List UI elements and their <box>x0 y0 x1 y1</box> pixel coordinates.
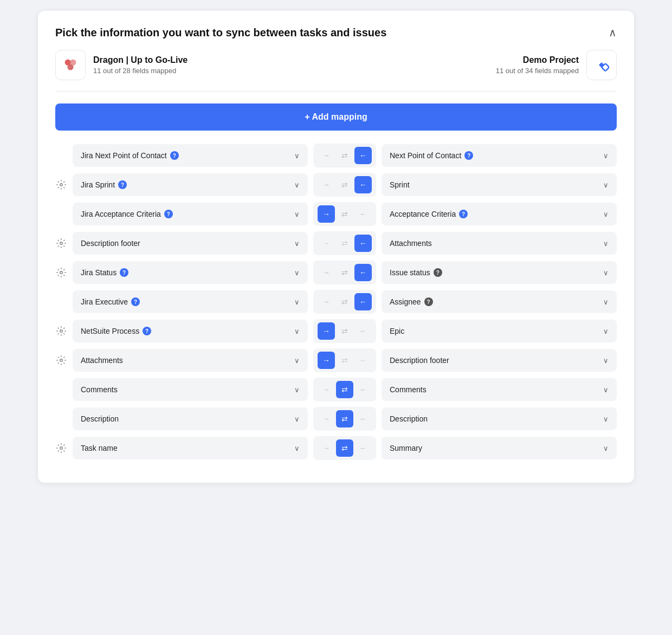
right-field-dropdown[interactable]: Attachments∨ <box>382 232 617 255</box>
sync-controls: →⇄← <box>313 173 376 197</box>
right-field-dropdown[interactable]: Summary∨ <box>382 437 617 459</box>
left-field-dropdown[interactable]: Description footer∨ <box>73 232 308 255</box>
sync-both-button[interactable]: ⇄ <box>336 205 353 223</box>
help-icon[interactable]: ? <box>170 151 179 160</box>
left-project-logo <box>55 50 86 80</box>
right-field-dropdown[interactable]: Issue status?∨ <box>382 261 617 284</box>
right-field-text: Comments <box>390 385 427 394</box>
sync-both-button[interactable]: ⇄ <box>336 176 353 193</box>
right-project: Demo Project 11 out of 34 fields mapped <box>496 50 617 80</box>
add-mapping-button[interactable]: + Add mapping <box>55 103 617 131</box>
sync-right-button[interactable]: → <box>318 264 335 281</box>
help-icon-dark[interactable]: ? <box>424 297 433 306</box>
sync-left-button[interactable]: ← <box>354 176 372 193</box>
help-icon[interactable]: ? <box>143 327 151 335</box>
left-field-dropdown[interactable]: Jira Status?∨ <box>73 261 308 284</box>
right-field-dropdown[interactable]: Assignee?∨ <box>382 290 617 313</box>
chevron-down-icon: ∨ <box>603 357 609 365</box>
sync-controls: →⇄← <box>313 378 376 401</box>
sync-right-button[interactable]: → <box>318 176 335 193</box>
sync-both-button[interactable]: ⇄ <box>336 410 353 427</box>
left-field-dropdown[interactable]: Attachments∨ <box>73 349 308 372</box>
chevron-down-icon: ∨ <box>603 327 609 335</box>
sync-right-button[interactable]: → <box>318 352 335 369</box>
sync-both-button[interactable]: ⇄ <box>336 322 353 340</box>
sync-both-button[interactable]: ⇄ <box>336 381 353 398</box>
sync-both-button[interactable]: ⇄ <box>336 147 353 164</box>
left-field-dropdown[interactable]: Jira Executive?∨ <box>73 290 308 313</box>
svg-point-8 <box>60 359 63 362</box>
left-project-sub: 11 out of 28 fields mapped <box>93 67 188 75</box>
left-field-dropdown[interactable]: NetSuite Process?∨ <box>73 320 308 342</box>
left-field-dropdown[interactable]: Jira Next Point of Contact?∨ <box>73 144 308 167</box>
sync-right-button[interactable]: → <box>318 293 335 310</box>
sync-both-button[interactable]: ⇄ <box>336 235 353 252</box>
card-header: Pick the information you want to sync be… <box>55 26 617 39</box>
help-icon[interactable]: ? <box>131 297 140 306</box>
left-field-dropdown[interactable]: Comments∨ <box>73 378 308 401</box>
help-icon[interactable]: ? <box>118 180 127 189</box>
sync-both-button[interactable]: ⇄ <box>336 264 353 281</box>
sync-left-button[interactable]: ← <box>354 439 372 457</box>
right-field-text: Summary <box>390 444 422 452</box>
left-field-text: Description footer <box>81 239 140 248</box>
sync-left-button[interactable]: ← <box>354 322 372 340</box>
collapse-icon[interactable]: ∧ <box>609 26 617 39</box>
settings-icon[interactable] <box>55 354 67 366</box>
left-field-dropdown[interactable]: Jira Sprint?∨ <box>73 173 308 196</box>
sync-right-button[interactable]: → <box>318 147 335 164</box>
sync-left-button[interactable]: ← <box>354 352 372 369</box>
sync-right-button[interactable]: → <box>318 322 335 340</box>
sync-controls: →⇄← <box>313 319 376 343</box>
settings-icon[interactable] <box>55 442 67 454</box>
right-field-dropdown[interactable]: Epic∨ <box>382 320 617 342</box>
right-field-dropdown[interactable]: Description∨ <box>382 407 617 430</box>
right-field-dropdown[interactable]: Acceptance Criteria?∨ <box>382 203 617 225</box>
sync-controls: →⇄← <box>313 348 376 372</box>
sync-both-button[interactable]: ⇄ <box>336 293 353 310</box>
sync-right-button[interactable]: → <box>318 410 335 427</box>
left-field-text: Jira Executive <box>81 297 128 306</box>
settings-icon[interactable] <box>55 179 67 191</box>
sync-right-button[interactable]: → <box>318 381 335 398</box>
right-field-dropdown[interactable]: Comments∨ <box>382 378 617 401</box>
sync-controls: →⇄← <box>313 202 376 226</box>
right-field-dropdown[interactable]: Next Point of Contact?∨ <box>382 144 617 167</box>
left-field-text: Jira Acceptance Criteria <box>81 210 161 218</box>
mapping-row: Jira Status?∨→⇄←Issue status?∨ <box>55 261 617 284</box>
sync-left-button[interactable]: ← <box>354 235 372 252</box>
sync-left-button[interactable]: ← <box>354 381 372 398</box>
sync-right-button[interactable]: → <box>318 439 335 457</box>
sync-right-button[interactable]: → <box>318 205 335 223</box>
sync-both-button[interactable]: ⇄ <box>336 439 353 457</box>
help-icon[interactable]: ? <box>120 268 128 277</box>
sync-left-button[interactable]: ← <box>354 410 372 427</box>
left-field-text: Jira Status <box>81 268 117 277</box>
help-icon[interactable]: ? <box>459 210 468 218</box>
sync-both-button[interactable]: ⇄ <box>336 352 353 369</box>
help-icon-dark[interactable]: ? <box>434 268 442 277</box>
left-project: Dragon | Up to Go-Live 11 out of 28 fiel… <box>55 50 188 80</box>
right-field-label: Sprint <box>390 180 410 189</box>
left-field-dropdown[interactable]: Description∨ <box>73 407 308 430</box>
right-field-text: Sprint <box>390 180 410 189</box>
right-field-dropdown[interactable]: Description footer∨ <box>382 349 617 372</box>
right-field-dropdown[interactable]: Sprint∨ <box>382 173 617 196</box>
left-field-dropdown[interactable]: Task name∨ <box>73 437 308 459</box>
help-icon[interactable]: ? <box>164 210 173 218</box>
sync-right-button[interactable]: → <box>318 235 335 252</box>
sync-left-button[interactable]: ← <box>354 205 372 223</box>
settings-icon[interactable] <box>55 267 67 278</box>
mappings-list: Jira Next Point of Contact?∨→⇄←Next Poin… <box>55 144 617 460</box>
sync-left-button[interactable]: ← <box>354 264 372 281</box>
chevron-down-icon: ∨ <box>294 269 300 277</box>
mapping-row: Description∨→⇄←Description∨ <box>55 407 617 431</box>
right-field-label: Attachments <box>390 239 432 248</box>
sync-controls: →⇄← <box>313 261 376 284</box>
sync-left-button[interactable]: ← <box>354 293 372 310</box>
help-icon[interactable]: ? <box>464 151 473 160</box>
left-field-dropdown[interactable]: Jira Acceptance Criteria?∨ <box>73 203 308 225</box>
settings-icon[interactable] <box>55 325 67 337</box>
settings-icon[interactable] <box>55 237 67 249</box>
sync-left-button[interactable]: ← <box>354 147 372 164</box>
